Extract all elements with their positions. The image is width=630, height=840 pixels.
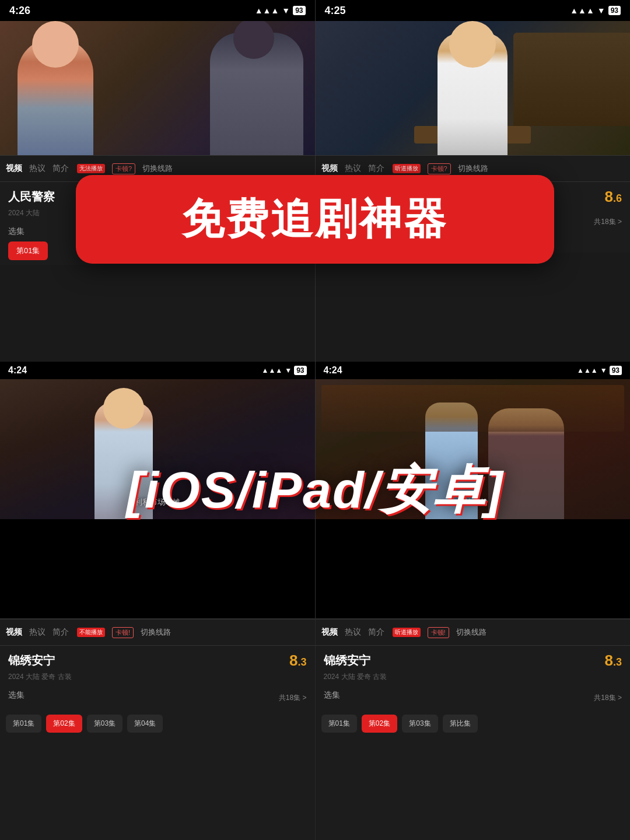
badge-warn-right-top: 听道播放 — [393, 164, 421, 173]
ep-label-bottom-right: 选集 — [324, 690, 340, 701]
badge-lag-right-top[interactable]: 卡顿? — [428, 163, 451, 174]
ep-row-bottom-right: 第01集 第02集 第03集 第比集 — [316, 715, 631, 738]
bottom-phone-left: 视频 热议 简介 不能播放 卡顿! 切换线路 锦绣安宁 8.3 2024 大陆 … — [0, 618, 315, 840]
tab-switch-right-top[interactable]: 切换线路 — [458, 163, 488, 174]
person-figure-1 — [18, 38, 93, 155]
video-left-top[interactable] — [0, 21, 315, 155]
tab-switch-left-top[interactable]: 切换线路 — [142, 163, 173, 174]
tab-hot-bottom-right[interactable]: 热议 — [345, 627, 361, 638]
ep-more-bottom-right[interactable]: 共18集 > — [594, 693, 622, 703]
tab-bar-bottom-left: 视频 热议 简介 不能播放 卡顿! 切换线路 — [0, 619, 315, 646]
signal-mid-left: ▲▲▲ — [262, 366, 283, 374]
status-icons-left-top: ▲▲▲ ▼ 93 — [255, 6, 306, 15]
battery-mid-left: 93 — [294, 366, 306, 375]
ep-02-bl[interactable]: 第02集 — [46, 715, 82, 733]
ep-label-bottom-left: 选集 — [8, 690, 24, 701]
time-mid-left: 4:24 — [8, 365, 27, 376]
tab-hot-left-top[interactable]: 热议 — [29, 163, 46, 174]
tab-video-right-top[interactable]: 视频 — [321, 163, 338, 174]
status-bar-right-top: 4:25 ▲▲▲ ▼ 93 — [316, 0, 631, 21]
switch-bottom-right[interactable]: 切换线路 — [456, 627, 487, 638]
ep-04-br[interactable]: 第比集 — [443, 715, 478, 733]
time-right-top: 4:25 — [325, 5, 346, 17]
ep-03-bl[interactable]: 第03集 — [87, 715, 123, 733]
wifi-mid-right: ▼ — [600, 366, 607, 374]
video-right-top[interactable] — [316, 21, 631, 155]
mid-section: [iOS/iPad/安卓] 4:24 ▲▲▲ ▼ 93 利利市场地摊 4:24 … — [0, 362, 630, 618]
info-bottom-left: 锦绣安宁 8.3 2024 大陆 爱奇 古装 — [0, 646, 315, 685]
room-bg — [321, 385, 625, 432]
wifi-icon-right-top: ▼ — [597, 6, 606, 15]
ep-02-br[interactable]: 第02集 — [362, 715, 397, 733]
ep-01-br[interactable]: 第01集 — [321, 715, 357, 733]
person-figure-2 — [210, 33, 303, 155]
lag-bottom-right[interactable]: 卡顿! — [428, 627, 449, 638]
wifi-mid-left: ▼ — [285, 366, 292, 374]
score-bottom-right: 8.3 — [605, 652, 622, 670]
info-bottom-right: 锦绣安宁 8.3 2024 大陆 爱奇 古装 — [316, 646, 631, 685]
tab-intro-bottom-left[interactable]: 简介 — [52, 627, 69, 638]
ep-more-right-top[interactable]: 共18集 > — [594, 217, 622, 227]
badge-lag-left-top[interactable]: 卡顿? — [112, 163, 135, 174]
tab-intro-bottom-right[interactable]: 简介 — [368, 627, 384, 638]
tab-hot-right-top[interactable]: 热议 — [345, 163, 361, 174]
subtitle-mid-left: 利利市场地摊 — [135, 497, 180, 508]
time-left-top: 4:26 — [9, 5, 30, 17]
meta-bottom-right: 2024 大陆 爱奇 古装 — [324, 672, 622, 682]
tab-hot-bottom-left[interactable]: 热议 — [29, 627, 46, 638]
badge-warn-left-top: 无法播放 — [77, 164, 105, 173]
tab-intro-right-top[interactable]: 简介 — [368, 163, 384, 174]
signal-icon-right-top: ▲▲▲ — [570, 6, 594, 15]
status-icons-right-top: ▲▲▲ ▼ 93 — [570, 6, 621, 15]
wifi-icon-left-top: ▼ — [282, 6, 290, 15]
show-title-left-top: 人民警察 — [8, 189, 55, 205]
lag-bottom-left[interactable]: 卡顿! — [112, 627, 134, 638]
status-bar-left-top: 4:26 ▲▲▲ ▼ 93 — [0, 0, 315, 21]
title-bottom-left: 锦绣安宁 — [8, 653, 55, 668]
switch-bottom-left[interactable]: 切换线路 — [141, 627, 171, 638]
icons-mid-right: ▲▲▲ ▼ 93 — [577, 366, 622, 375]
mid-phone-left: 4:24 ▲▲▲ ▼ 93 利利市场地摊 — [0, 362, 315, 618]
overlay-banner: 免费追剧神器 — [76, 175, 554, 264]
tab-video-left-top[interactable]: 视频 — [6, 163, 22, 174]
ep-03-br[interactable]: 第03集 — [402, 715, 438, 733]
signal-mid-right: ▲▲▲ — [577, 366, 598, 374]
bottom-phone-right: 视频 热议 简介 听道播放 卡顿! 切换线路 锦绣安宁 8.3 2024 大陆 … — [315, 618, 631, 840]
person-figure-3 — [438, 33, 508, 155]
score-bottom-left: 8.3 — [289, 652, 306, 670]
battery-right-top: 93 — [608, 6, 621, 15]
ep-btn-01-left-top[interactable]: 第01集 — [8, 242, 48, 260]
title-bottom-right: 锦绣安宁 — [324, 653, 370, 668]
battery-left-top: 93 — [293, 6, 305, 15]
mid-phone-right: 4:24 ▲▲▲ ▼ 93 给给你的 — [315, 362, 631, 618]
tab-video-bottom-right[interactable]: 视频 — [321, 627, 338, 638]
banner-text: 免费追剧神器 — [104, 191, 526, 247]
signal-icon-left-top: ▲▲▲ — [255, 6, 279, 15]
ep-04-bl[interactable]: 第04集 — [127, 715, 163, 733]
tab-intro-left-top[interactable]: 简介 — [52, 163, 69, 174]
bottom-section: 视频 热议 简介 不能播放 卡顿! 切换线路 锦绣安宁 8.3 2024 大陆 … — [0, 618, 630, 840]
top-section: 4:26 ▲▲▲ ▼ 93 视频 热议 简介 无法播放 卡顿? 切换线路 — [0, 0, 630, 362]
ep-01-bl[interactable]: 第01集 — [6, 715, 41, 733]
badge-bottom-right: 听道播放 — [393, 628, 421, 637]
video-mid-right[interactable]: 给给你的 — [316, 379, 631, 519]
video-mid-left[interactable]: 利利市场地摊 — [0, 379, 315, 519]
meta-bottom-left: 2024 大陆 爱奇 古装 — [8, 672, 307, 682]
time-mid-right: 4:24 — [324, 365, 342, 376]
tab-bar-bottom-right: 视频 热议 简介 听道播放 卡顿! 切换线路 — [316, 619, 631, 646]
score-right-top: 8.6 — [605, 188, 622, 206]
status-bar-mid-left: 4:24 ▲▲▲ ▼ 93 — [0, 362, 315, 379]
battery-mid-right: 93 — [610, 366, 622, 375]
ep-section-bottom-right: 选集 共18集 > — [316, 685, 631, 715]
icons-mid-left: ▲▲▲ ▼ 93 — [262, 366, 307, 375]
ep-section-bottom-left: 选集 共18集 > — [0, 685, 315, 715]
ep-more-bottom-left[interactable]: 共18集 > — [279, 693, 307, 703]
tab-video-bottom-left[interactable]: 视频 — [6, 627, 22, 638]
subtitle-mid-right: 给给你的 — [457, 497, 488, 508]
status-bar-mid-right: 4:24 ▲▲▲ ▼ 93 — [316, 362, 631, 379]
ep-row-bottom-left: 第01集 第02集 第03集 第04集 — [0, 715, 315, 738]
building-prop — [513, 33, 630, 126]
badge-bottom-left: 不能播放 — [77, 628, 105, 637]
